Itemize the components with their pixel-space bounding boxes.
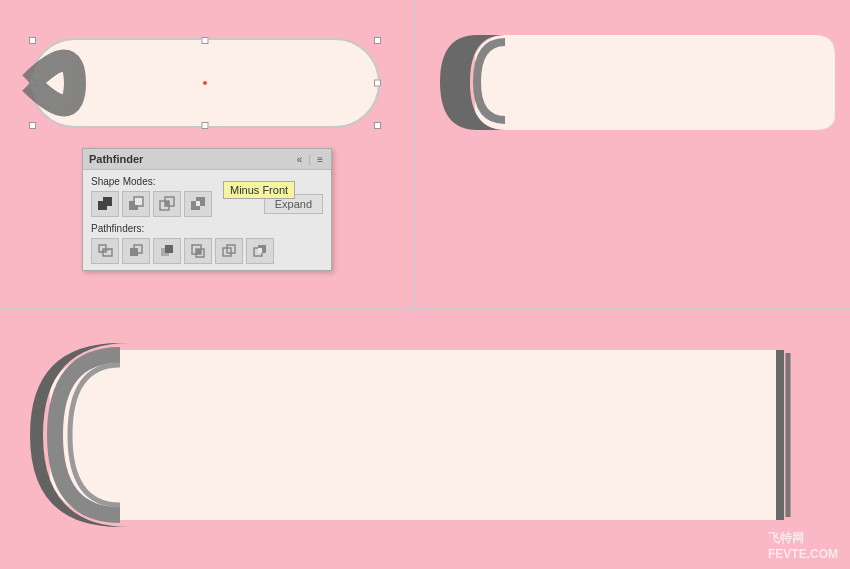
svg-rect-7: [165, 201, 169, 206]
svg-rect-17: [165, 245, 173, 253]
panel-title-bar: Pathfinder « | ≡: [83, 149, 331, 170]
pathfinders-text: Pathfinders:: [91, 223, 144, 234]
panel-top-left: Pathfinder « | ≡ Shape Modes:: [0, 0, 415, 308]
panel-top-right: [415, 0, 850, 308]
intersect-icon: [159, 196, 175, 212]
pathfinder-panel: Pathfinder « | ≡ Shape Modes:: [82, 148, 332, 271]
crop-btn[interactable]: [184, 238, 212, 264]
exclude-icon: [190, 196, 206, 212]
watermark-line2: FEVTE.COM: [768, 547, 838, 561]
divide-btn[interactable]: [91, 238, 119, 264]
result-shape-svg: [425, 20, 845, 140]
exclude-btn[interactable]: [184, 191, 212, 217]
book-overlay-svg: [30, 38, 380, 128]
book-shape-before: [30, 38, 380, 128]
minus-front-icon: [128, 196, 144, 212]
double-arrow-btn[interactable]: «: [295, 154, 305, 165]
svg-rect-1: [103, 197, 112, 206]
panel-controls: « | ≡: [295, 153, 325, 165]
svg-rect-4: [135, 198, 142, 205]
trim-btn[interactable]: [122, 238, 150, 264]
svg-rect-10: [196, 201, 200, 206]
watermark-line1: 飞特网: [768, 530, 838, 547]
panel-body: Shape Modes:: [83, 170, 331, 270]
crop-icon: [191, 244, 206, 259]
outline-btn[interactable]: [215, 238, 243, 264]
outline-icon: [222, 244, 237, 259]
pathfinder-title: Pathfinder: [89, 153, 143, 165]
unite-btn[interactable]: [91, 191, 119, 217]
watermark: 飞特网 FEVTE.COM: [768, 530, 838, 561]
trim-icon: [129, 244, 144, 259]
minus-back-btn[interactable]: [246, 238, 274, 264]
divide-icon: [98, 244, 113, 259]
divider: |: [308, 153, 311, 165]
minus-back-icon: [253, 244, 268, 259]
svg-rect-20: [196, 249, 201, 254]
large-book-svg: [15, 335, 805, 545]
minus-front-btn[interactable]: [122, 191, 150, 217]
merge-btn[interactable]: [153, 238, 181, 264]
top-row: Pathfinder « | ≡ Shape Modes:: [0, 0, 850, 310]
main-container: Pathfinder « | ≡ Shape Modes:: [0, 0, 850, 569]
panel-bottom: 飞特网 FEVTE.COM: [0, 310, 850, 569]
minus-front-tooltip: Minus Front: [223, 181, 295, 199]
menu-btn[interactable]: ≡: [315, 154, 325, 165]
unite-icon: [97, 196, 113, 212]
pathfinders-row: [91, 238, 323, 264]
svg-rect-25: [258, 248, 262, 253]
intersect-btn[interactable]: [153, 191, 181, 217]
merge-icon: [160, 244, 175, 259]
pathfinders-label: Pathfinders: Minus Front: [91, 223, 323, 234]
